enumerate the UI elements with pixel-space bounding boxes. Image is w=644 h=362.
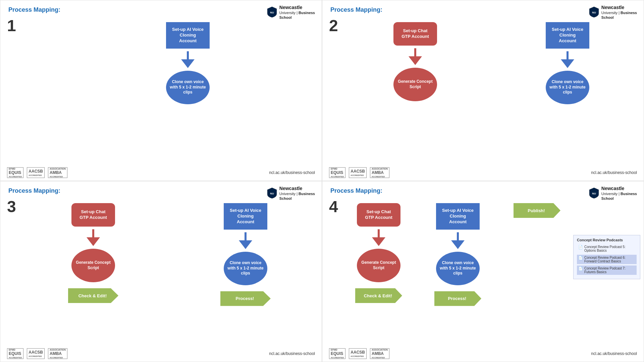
accreditation-3: EFMDEQUISACCREDITED AACSBACCREDITED ASSO…	[7, 348, 67, 359]
ellipse-clone-4: Clone own voice with 5 x 1-2 minute clip…	[436, 252, 480, 285]
svg-text:NU: NU	[592, 11, 596, 14]
slide1-footer: EFMDEQUISACCREDITED AACSBACCREDITED ASSO…	[0, 167, 322, 178]
slide4-col2: Set-up AI Voice Cloning Account Clone ow…	[425, 203, 491, 306]
ellipse-clone-1: Clone own voice with 5 x 1-2 minute clip…	[166, 71, 210, 104]
arrow2-1	[409, 48, 422, 65]
box-chat-gtp-3: Set-up Chat GTP Account	[71, 203, 115, 227]
aacsb-logo-4: AACSBACCREDITED	[349, 348, 367, 359]
amba-logo-4: ASSOCIATIONAMBAACCREDITED	[370, 348, 389, 359]
slide4-flow: Set-up Chat GTP Account Generate Concept…	[346, 203, 570, 343]
slide2-footer: EFMDEQUISACCREDITED AACSBACCREDITED ASSO…	[322, 167, 644, 178]
ellipse-clone-3: Clone own voice with 5 x 1-2 minute clip…	[224, 252, 267, 285]
slide3-footer: EFMDEQUISACCREDITED AACSBACCREDITED ASSO…	[0, 348, 322, 359]
aacsb-logo-1: AACSBACCREDITED	[27, 167, 45, 178]
logo-text-4: Newcastle University | Business School	[601, 185, 637, 201]
slide3-flow: Set-up Chat GTP Account Generate Concept…	[24, 203, 315, 343]
logo-text-3: Newcastle University | Business School	[279, 185, 315, 201]
ellipse-concept-3: Generate Concept Script	[71, 249, 115, 282]
box-chat-gtp-4: Set-up Chat GTP Account	[357, 203, 400, 227]
slide2-col1: Set-up Chat GTP Account Generate Concept…	[346, 22, 485, 101]
amba-logo-2: ASSOCIATIONAMBAACCREDITED	[370, 167, 389, 178]
concept-review-title: Concept Review Podcasts	[577, 238, 637, 242]
arrow4-2	[451, 232, 465, 249]
logo-text-1: Newcastle University | Business School	[279, 4, 315, 20]
slide2-flow: Set-up Chat GTP Account Generate Concept…	[346, 22, 637, 161]
slide1-flow: Set-up AI Voice Cloning Account Clone ow…	[61, 22, 315, 161]
box-voice-cloning-2: Set-up AI Voice Cloning Account	[546, 22, 589, 49]
slide2-number: 2	[329, 18, 338, 34]
svg-text:NU: NU	[592, 192, 596, 195]
logo-text-2: Newcastle University | Business School	[601, 4, 637, 20]
green-arrow-process-3: Process!	[220, 291, 271, 306]
arrow3-1	[87, 229, 100, 246]
svg-text:NU: NU	[270, 11, 274, 14]
slide-1: Process Mapping: 1 NU Newcastle Universi…	[0, 0, 322, 181]
slide1-number: 1	[7, 18, 16, 34]
green-arrow-check-3: Check & Edit!	[68, 288, 118, 303]
ellipse-clone-2: Clone own voice with 5 x 1-2 minute clip…	[546, 71, 589, 104]
shield-icon-4: NU	[589, 187, 599, 199]
box-chat-gtp-2: Set-up Chat GTP Account	[393, 22, 437, 46]
green-arrow-check-4: Check & Edit!	[355, 288, 402, 303]
arrow2-2	[561, 51, 574, 68]
equis-logo-4: EFMDEQUISACCREDITED	[329, 348, 345, 359]
arrow4-1	[372, 229, 385, 246]
website-2: ncl.ac.uk/business-school	[591, 170, 637, 175]
website-4: ncl.ac.uk/business-school	[591, 351, 637, 356]
shield-icon-2: NU	[589, 6, 599, 18]
amba-logo-1: ASSOCIATIONAMBAACCREDITED	[48, 167, 67, 178]
doc-icon-3: 📄	[578, 266, 583, 271]
slide4-col1: Set-up Chat GTP Account Generate Concept…	[346, 203, 412, 303]
slide3-col2: Set-up AI Voice Cloning Account Clone ow…	[176, 203, 315, 306]
svg-text:NU: NU	[270, 192, 274, 195]
equis-logo-1: EFMDEQUISACCREDITED	[7, 167, 23, 178]
accreditation-1: EFMDEQUISACCREDITED AACSBACCREDITED ASSO…	[7, 167, 67, 178]
newcastle-logo-2: NU Newcastle University | Business Schoo…	[589, 4, 637, 20]
newcastle-logo-3: NU Newcastle University | Business Schoo…	[267, 185, 315, 201]
slide4-number: 4	[329, 199, 338, 215]
shield-icon-3: NU	[267, 187, 277, 199]
equis-logo-3: EFMDEQUISACCREDITED	[7, 348, 23, 359]
slide-2: Process Mapping: 2 NU Newcastle Universi…	[322, 0, 644, 181]
slide4-footer: EFMDEQUISACCREDITED AACSBACCREDITED ASSO…	[322, 348, 644, 359]
slide3-col1: Set-up Chat GTP Account Generate Concept…	[24, 203, 163, 303]
concept-review-item-2: 📄 Concept Review Podcast 6: Forward Cont…	[577, 255, 637, 264]
website-3: ncl.ac.uk/business-school	[269, 351, 315, 356]
newcastle-logo-4: NU Newcastle University | Business Schoo…	[589, 185, 637, 201]
concept-review-item-3: 📄 Concept Review Podcast 7: Futures Basi…	[577, 265, 637, 275]
amba-logo-3: ASSOCIATIONAMBAACCREDITED	[48, 348, 67, 359]
concept-review-panel: Concept Review Podcasts 📄 Concept Review…	[573, 235, 640, 279]
slide2-col2: Set-up AI Voice Cloning Account Clone ow…	[498, 22, 637, 104]
slide-4: Process Mapping: 4 NU Newcastle Universi…	[322, 181, 644, 362]
website-1: ncl.ac.uk/business-school	[269, 170, 315, 175]
green-arrow-process-4: Process!	[434, 291, 481, 306]
slide4-col3: Publish!	[504, 203, 570, 218]
ellipse-concept-2: Generate Concept Script	[393, 68, 437, 101]
slide-3: Process Mapping: 3 NU Newcastle Universi…	[0, 181, 322, 362]
concept-review-item-1: 📄 Concept Review Podcast 5: Options Basi…	[577, 244, 637, 253]
shield-icon-1: NU	[267, 6, 277, 18]
equis-logo-2: EFMDEQUISACCREDITED	[329, 167, 345, 178]
green-arrow-publish-4: Publish!	[514, 203, 560, 218]
arrow3-2	[239, 232, 252, 249]
aacsb-logo-2: AACSBACCREDITED	[349, 167, 367, 178]
accreditation-2: EFMDEQUISACCREDITED AACSBACCREDITED ASSO…	[329, 167, 389, 178]
slide1-col1: Set-up AI Voice Cloning Account Clone ow…	[61, 22, 315, 104]
box-voice-cloning-4: Set-up AI Voice Cloning Account	[436, 203, 480, 230]
aacsb-logo-3: AACSBACCREDITED	[27, 348, 45, 359]
newcastle-logo-1: NU Newcastle University | Business Schoo…	[267, 4, 315, 20]
box-voice-cloning-3: Set-up AI Voice Cloning Account	[224, 203, 267, 230]
box-voice-cloning-1: Set-up AI Voice Cloning Account	[166, 22, 210, 49]
arrow1-1	[181, 51, 195, 68]
doc-icon-1: 📄	[578, 245, 583, 249]
slide3-number: 3	[7, 199, 16, 215]
doc-icon-2: 📄	[578, 256, 583, 260]
accreditation-4: EFMDEQUISACCREDITED AACSBACCREDITED ASSO…	[329, 348, 389, 359]
ellipse-concept-4: Generate Concept Script	[357, 249, 400, 282]
